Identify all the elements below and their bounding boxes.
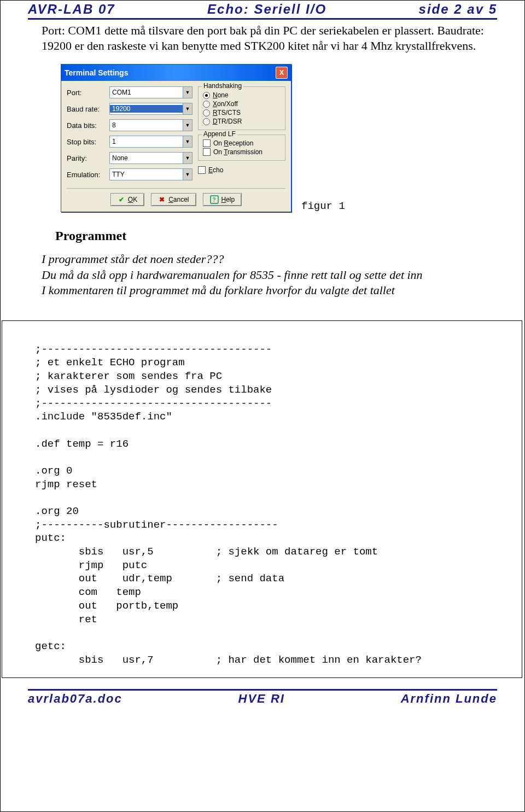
stopbits-value: 1 bbox=[110, 138, 183, 145]
databits-combo[interactable]: 8 ▼ bbox=[109, 119, 192, 131]
baud-combo[interactable]: 19200 ▼ bbox=[109, 103, 192, 115]
radio-icon bbox=[203, 92, 210, 99]
code-listing: ;------------------------------------- ;… bbox=[2, 320, 522, 679]
header-rule bbox=[28, 18, 497, 20]
note-line-3: I kommentaren til programmet må du forkl… bbox=[42, 283, 497, 299]
checkbox-icon bbox=[198, 166, 206, 174]
page-header: AVR-LAB 07 Echo: Seriell I/O side 2 av 5 bbox=[28, 1, 497, 18]
radio-icon bbox=[203, 109, 210, 116]
hs-rts-radio[interactable]: RTS/CTS bbox=[203, 109, 281, 116]
section-heading: Programmet bbox=[55, 229, 497, 243]
figure-caption: figur 1 bbox=[301, 200, 345, 212]
radio-icon bbox=[203, 118, 210, 125]
lf-reception-check[interactable]: On Reception bbox=[203, 139, 281, 147]
hs-none-radio[interactable]: None bbox=[203, 91, 281, 99]
baud-label: Baud rate: bbox=[67, 105, 109, 113]
emulation-label: Emulation: bbox=[67, 171, 109, 179]
hs-dtr-radio[interactable]: DTR/DSR bbox=[203, 118, 281, 125]
port-value: COM1 bbox=[110, 89, 183, 96]
check-icon: ✔ bbox=[118, 196, 125, 203]
radio-icon bbox=[203, 101, 210, 108]
terminal-settings-dialog: Terminal Settings X Port: COM1 ▼ bbox=[61, 64, 291, 212]
echo-check[interactable]: Echo bbox=[198, 166, 285, 174]
stopbits-combo[interactable]: 1 ▼ bbox=[109, 136, 192, 148]
chevron-down-icon[interactable]: ▼ bbox=[183, 153, 192, 163]
footer-left: avrlab07a.doc bbox=[28, 692, 122, 706]
checkbox-icon bbox=[203, 139, 211, 147]
header-center: Echo: Seriell I/O bbox=[207, 2, 326, 17]
emulation-value: TTY bbox=[110, 171, 183, 178]
note-line-1: I programmet står det noen steder??? bbox=[42, 252, 497, 267]
databits-label: Data bits: bbox=[67, 121, 109, 130]
cancel-button[interactable]: ✖ Cancel bbox=[151, 193, 196, 206]
appendlf-legend: Append LF bbox=[202, 130, 237, 138]
help-button[interactable]: ? Help bbox=[203, 193, 242, 206]
close-icon[interactable]: X bbox=[276, 67, 288, 79]
port-label: Port: bbox=[67, 89, 109, 97]
help-icon: ? bbox=[210, 195, 219, 204]
stopbits-label: Stop bits: bbox=[67, 138, 109, 146]
figure-1: Terminal Settings X Port: COM1 ▼ bbox=[61, 64, 497, 212]
chevron-down-icon[interactable]: ▼ bbox=[183, 87, 192, 98]
parity-label: Parity: bbox=[67, 154, 109, 162]
footer-center: HVE RI bbox=[238, 692, 285, 706]
header-left: AVR-LAB 07 bbox=[28, 2, 115, 17]
dialog-titlebar[interactable]: Terminal Settings X bbox=[61, 65, 291, 81]
dialog-title: Terminal Settings bbox=[65, 68, 128, 77]
lf-transmission-check[interactable]: On Transmission bbox=[203, 148, 281, 156]
baud-value: 19200 bbox=[110, 105, 183, 113]
hs-xon-radio[interactable]: Xon/Xoff bbox=[203, 100, 281, 108]
page-footer: avrlab07a.doc HVE RI Arnfinn Lunde bbox=[28, 691, 497, 707]
emulation-combo[interactable]: TTY ▼ bbox=[109, 168, 192, 180]
databits-value: 8 bbox=[110, 121, 183, 129]
chevron-down-icon[interactable]: ▼ bbox=[183, 103, 192, 114]
chevron-down-icon[interactable]: ▼ bbox=[183, 120, 192, 131]
chevron-down-icon[interactable]: ▼ bbox=[183, 169, 192, 180]
handshaking-legend: Handshaking bbox=[202, 82, 243, 90]
chevron-down-icon[interactable]: ▼ bbox=[183, 136, 192, 147]
port-combo[interactable]: COM1 ▼ bbox=[109, 86, 192, 98]
checkbox-icon bbox=[203, 148, 211, 156]
parity-combo[interactable]: None ▼ bbox=[109, 152, 192, 164]
dialog-body: Port: COM1 ▼ Baud rate: 19200 ▼ bbox=[61, 81, 291, 212]
ok-button[interactable]: ✔ OK bbox=[110, 193, 144, 206]
footer-right: Arnfinn Lunde bbox=[401, 692, 497, 706]
page: AVR-LAB 07 Echo: Seriell I/O side 2 av 5… bbox=[0, 0, 525, 812]
header-right: side 2 av 5 bbox=[419, 2, 497, 17]
parity-value: None bbox=[110, 154, 183, 162]
note-line-2: Du må da slå opp i hardwaremanualen for … bbox=[42, 267, 497, 283]
dialog-buttons: ✔ OK ✖ Cancel ? Help bbox=[67, 188, 285, 206]
handshaking-group: Handshaking None Xon/Xoff bbox=[198, 86, 285, 130]
intro-paragraph: Port: COM1 dette må tilsvare den port ba… bbox=[42, 23, 497, 53]
close-icon: ✖ bbox=[158, 196, 166, 203]
appendlf-group: Append LF On Reception On Transmission bbox=[198, 135, 285, 161]
